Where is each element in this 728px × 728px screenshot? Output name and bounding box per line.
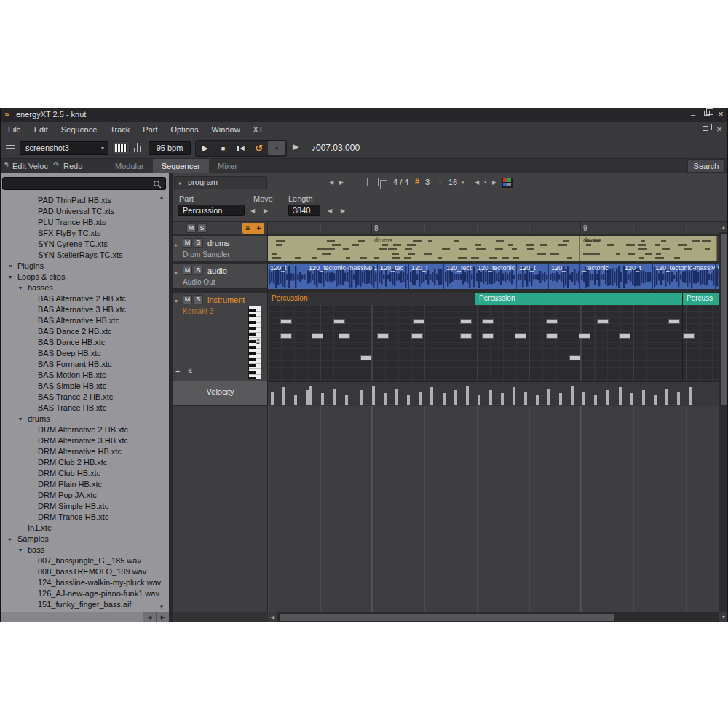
browser-item[interactable]: DRM Plain HB.xtc [0,479,169,490]
color-palette-icon[interactable] [502,178,513,188]
velocity-bar[interactable] [271,392,274,405]
track-header-instrument[interactable]: ▾ M S instrument Kontakt 3 2 + ↯ [173,293,268,381]
menu-icon[interactable] [6,145,15,151]
search-button[interactable]: Search [687,159,725,173]
titlebar[interactable]: » energyXT 2.5 - knut – × [0,108,728,122]
nav-left-button[interactable]: ◀ [329,179,333,186]
browser-item[interactable]: In1.xtc [0,523,169,534]
hscroll-left-button[interactable]: ◀ [268,612,277,622]
browser-item[interactable]: BAS Dance 2 HB.xtc [0,326,169,337]
bpm-box[interactable]: 95 bpm [149,141,191,155]
tab-modular[interactable]: Modular [106,159,153,173]
add-lane-icon[interactable]: + [175,367,180,376]
browser-item[interactable]: ▾bass [0,545,169,555]
browser-item[interactable]: SYN StellerRays TC.xts [0,250,169,261]
audio-clip[interactable]: 120_tectonic-massive 12C [653,264,716,289]
velocity-bar[interactable] [594,395,597,405]
mute-all-button[interactable]: M [186,223,196,233]
browser-item[interactable]: DRM Pop JA.xtc [0,490,169,501]
snap-value[interactable]: 3 [425,178,430,186]
maximize-button[interactable] [701,108,713,118]
velocity-bar[interactable] [478,395,480,405]
track-lane-audio[interactable]: 120_t120_tectonic-massive 12C120_tec120_… [268,264,719,289]
velocity-bar[interactable] [619,387,622,405]
arrange-grid-empty[interactable] [268,406,719,612]
track-device[interactable]: Kontakt 3 [183,307,213,315]
midi-note[interactable] [360,355,372,360]
midi-note[interactable] [597,319,609,324]
midi-note[interactable] [312,333,323,339]
menu-options[interactable]: Options [165,125,205,134]
program-selector[interactable]: ▸ program [174,176,267,189]
part-name-dropdown[interactable]: Percussion [178,205,245,216]
browser-item[interactable]: ▾basses [0,282,169,293]
browser-item[interactable]: ▾drums [0,414,169,424]
audio-clip[interactable]: 120_ [549,264,580,289]
midi-note[interactable] [569,355,581,360]
browser-hscrollbar[interactable]: ◀ ▶ [0,612,169,622]
velocity-bar[interactable] [345,395,348,405]
percussion-clip-header[interactable]: Percussion [475,293,683,305]
menu-track[interactable]: Track [103,125,136,134]
length-right-button[interactable]: ▶ [341,207,345,214]
track-header-drums[interactable]: ▸ M S drums Drum Sampler [173,236,268,261]
collapse-icon[interactable]: ▾ [175,298,178,304]
length-left-button[interactable]: ◀ [328,207,332,214]
midi-note[interactable] [377,333,389,339]
midi-note[interactable] [619,333,630,339]
browser-item[interactable]: 007_bassjungle_G _185.wav [0,555,169,566]
velocity-bar[interactable] [524,392,527,405]
midi-note[interactable] [515,333,526,339]
browser-item[interactable]: BAS Trance 2 HB.xtc [0,392,169,403]
mute-button[interactable]: M [183,238,192,248]
record-button[interactable]: ● [268,141,285,155]
velocity-bar[interactable] [294,395,297,405]
menu-sequence[interactable]: Sequence [55,125,104,134]
velocity-bar[interactable] [501,393,504,405]
velocity-bar[interactable] [321,393,324,405]
midi-note[interactable] [411,333,423,339]
midi-note[interactable] [280,333,292,339]
velocity-bar[interactable] [372,386,375,405]
track-lane-drums[interactable]: drumsdrums [268,236,719,261]
midi-note[interactable] [280,319,292,324]
keyboard-icon[interactable] [112,141,130,155]
header-timeline-divider[interactable] [267,222,268,612]
browser-item[interactable]: BAS Alternative HB.xtc [0,315,169,326]
time-signature[interactable]: 4 / 4 [393,178,408,186]
search-input[interactable] [2,177,166,190]
browser-item[interactable]: BAS Deep HB.xtc [0,348,169,359]
vscroll-down-button[interactable]: ▼ [719,612,728,622]
velocity-bar[interactable] [630,393,633,405]
audio-clip[interactable]: 120_t [268,264,306,289]
midi-note[interactable] [482,333,494,339]
audio-clip[interactable]: 120_tectonic-massive 12C [306,264,378,289]
nav-right-button[interactable]: ▶ [339,179,344,186]
velocity-bar[interactable] [582,392,585,405]
close-button[interactable]: × [715,109,727,119]
menu-file[interactable]: File [1,125,28,134]
menu-edit[interactable]: Edit [28,125,55,134]
track-device[interactable]: Audio Out [183,278,215,286]
preset-dropdown[interactable]: screenshot3 ▾ [20,141,108,155]
midi-note[interactable] [579,333,590,339]
browser-item[interactable]: PAD Universal TC.xts [0,206,169,217]
velocity-bar[interactable] [407,395,410,405]
solo-button[interactable]: S [194,295,203,304]
stop-button[interactable]: ■ [215,141,232,155]
browser-item[interactable]: PAD ThinPad HB.xts [0,195,169,206]
scroll-right-button[interactable]: ▶ [156,612,169,622]
velocity-bar[interactable] [677,392,680,405]
velocity-bar[interactable] [360,390,363,405]
midi-note[interactable] [460,333,472,339]
velocity-bar[interactable] [665,389,668,405]
vscroll-thumb[interactable] [720,233,727,406]
velocity-bar[interactable] [454,390,457,405]
track-name[interactable]: drums [207,239,230,248]
midi-note[interactable] [546,333,558,339]
velocity-bar[interactable] [571,386,574,405]
velocity-bar[interactable] [466,386,469,405]
track-name[interactable]: instrument [207,296,245,304]
velocity-lane[interactable] [268,381,719,406]
play-cursor-button[interactable]: ▶ [293,142,298,151]
